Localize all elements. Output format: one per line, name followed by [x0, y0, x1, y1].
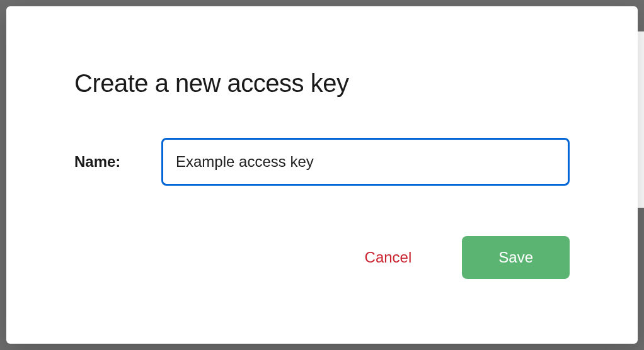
- modal-button-row: Cancel Save: [74, 236, 570, 279]
- save-button[interactable]: Save: [462, 236, 570, 279]
- cancel-button[interactable]: Cancel: [365, 249, 412, 266]
- name-input[interactable]: [161, 138, 570, 186]
- name-label: Name:: [74, 153, 131, 171]
- create-access-key-modal: Create a new access key Name: Cancel Sav…: [6, 6, 638, 344]
- name-form-row: Name:: [74, 138, 570, 186]
- modal-title: Create a new access key: [74, 69, 570, 98]
